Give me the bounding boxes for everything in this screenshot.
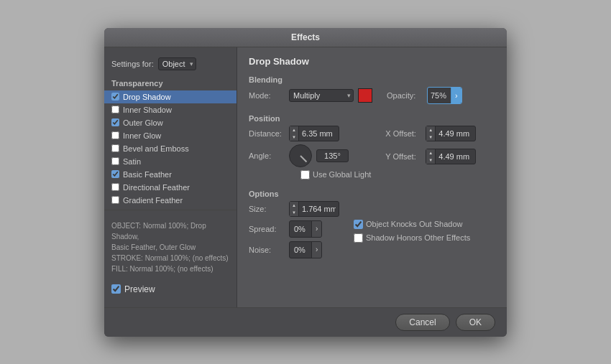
- y-offset-row: Y Offset: ▲ ▼: [385, 149, 476, 164]
- opacity-value: 75%: [428, 90, 451, 101]
- shadow-honors-row: Shadow Honors Other Effects: [354, 233, 470, 243]
- options-left: Size: ▲ ▼ Spread:: [249, 201, 339, 261]
- noise-arrow-button[interactable]: ›: [311, 242, 321, 258]
- options-subtitle: Options: [249, 190, 495, 198]
- effect-item-outer-glow[interactable]: Outer Glow: [104, 116, 236, 129]
- options-section: Options Size: ▲ ▼: [249, 190, 495, 261]
- cancel-button[interactable]: Cancel: [395, 314, 449, 331]
- status-text: OBJECT: Normal 100%; Drop Shadow,Basic F…: [104, 213, 236, 279]
- effect-checkbox-inner-shadow[interactable]: [111, 106, 119, 113]
- use-global-light-checkbox-row: Use Global Light: [300, 170, 371, 179]
- size-input-group: ▲ ▼: [289, 201, 339, 217]
- ok-button[interactable]: OK: [456, 314, 495, 331]
- noise-row: Noise: 0% ›: [249, 241, 339, 258]
- effect-checkbox-satin[interactable]: [111, 157, 119, 165]
- x-offset-input-group: ▲ ▼: [426, 126, 476, 141]
- effect-item-basic-feather[interactable]: Basic Feather: [104, 168, 236, 181]
- effect-label-inner-glow: Inner Glow: [123, 131, 161, 140]
- noise-input-group: 0% ›: [289, 241, 322, 258]
- mode-select[interactable]: Multiply Normal Screen: [289, 89, 354, 102]
- size-down-button[interactable]: ▼: [290, 209, 298, 216]
- shadow-honors-label: Shadow Honors Other Effects: [366, 233, 470, 242]
- x-offset-up-button[interactable]: ▲: [426, 126, 435, 134]
- size-row: Size: ▲ ▼: [249, 201, 339, 217]
- position-left: Distance: ▲ ▼ Angle:: [249, 126, 371, 182]
- distance-input[interactable]: [299, 128, 339, 139]
- object-knocks-out-checkbox[interactable]: [354, 220, 363, 229]
- effect-checkbox-drop-shadow[interactable]: [111, 93, 119, 101]
- dialog-titlebar: Effects: [104, 28, 507, 47]
- angle-dial[interactable]: [289, 144, 312, 167]
- preview-row: Preview: [104, 279, 236, 300]
- opacity-wrapper: 75% ›: [427, 87, 462, 104]
- effect-item-drop-shadow[interactable]: Drop Shadow: [104, 90, 236, 103]
- effect-item-satin[interactable]: Satin: [104, 155, 236, 168]
- y-offset-input-group: ▲ ▼: [426, 149, 476, 164]
- distance-down-button[interactable]: ▼: [290, 134, 298, 141]
- y-offset-down-button[interactable]: ▼: [426, 157, 435, 164]
- effect-checkbox-inner-glow[interactable]: [111, 131, 119, 139]
- effects-dialog: Effects Settings for: Object Stroke Fill…: [104, 28, 507, 337]
- effect-checkbox-bevel-emboss[interactable]: [111, 144, 119, 152]
- shadow-honors-checkbox[interactable]: [354, 233, 363, 243]
- effect-item-directional-feather[interactable]: Directional Feather: [104, 181, 236, 194]
- x-offset-down-button[interactable]: ▼: [426, 134, 435, 141]
- preview-checkbox[interactable]: [111, 284, 121, 294]
- shadow-color-swatch[interactable]: [358, 88, 372, 103]
- options-right: Object Knocks Out Shadow Shadow Honors O…: [354, 201, 470, 261]
- settings-for-select[interactable]: Object Stroke Fill: [158, 57, 196, 70]
- y-offset-stepper-arrows: ▲ ▼: [426, 149, 436, 164]
- settings-for-row: Settings for: Object Stroke Fill: [104, 55, 236, 76]
- opacity-arrow-button[interactable]: ›: [451, 88, 461, 103]
- effect-label-outer-glow: Outer Glow: [123, 118, 163, 127]
- effect-label-satin: Satin: [123, 157, 141, 166]
- effect-label-basic-feather: Basic Feather: [123, 170, 172, 179]
- effect-checkbox-gradient-feather[interactable]: [111, 196, 119, 204]
- spread-value: 0%: [290, 223, 311, 235]
- angle-input[interactable]: [316, 149, 349, 162]
- effect-label-drop-shadow: Drop Shadow: [123, 93, 171, 101]
- options-rows: Size: ▲ ▼ Spread:: [249, 201, 495, 261]
- dialog-footer: Cancel OK: [104, 307, 507, 337]
- right-panel: Drop Shadow Blending Mode: Multiply Norm…: [237, 47, 507, 307]
- effect-label-gradient-feather: Gradient Feather: [123, 196, 183, 205]
- spread-label: Spread:: [249, 225, 285, 233]
- x-offset-input[interactable]: [436, 128, 475, 139]
- distance-input-group: ▲ ▼: [289, 126, 339, 141]
- distance-label: Distance:: [249, 129, 285, 138]
- blending-row: Mode: Multiply Normal Screen Opacity: 75…: [249, 87, 495, 104]
- opacity-label: Opacity:: [387, 91, 423, 100]
- mode-select-wrapper: Multiply Normal Screen: [289, 89, 354, 102]
- effect-item-inner-shadow[interactable]: Inner Shadow: [104, 103, 236, 116]
- effect-checkbox-basic-feather[interactable]: [111, 170, 119, 178]
- effect-item-inner-glow[interactable]: Inner Glow: [104, 129, 236, 142]
- angle-row: Angle:: [249, 144, 371, 167]
- effect-checkbox-directional-feather[interactable]: [111, 183, 119, 191]
- effect-item-bevel-emboss[interactable]: Bevel and Emboss: [104, 142, 236, 155]
- spread-row: Spread: 0% ›: [249, 220, 339, 238]
- settings-for-select-wrapper: Object Stroke Fill: [158, 57, 196, 70]
- y-offset-input[interactable]: [436, 151, 475, 162]
- settings-for-label: Settings for:: [111, 60, 154, 68]
- angle-label: Angle:: [249, 151, 285, 160]
- left-panel: Settings for: Object Stroke Fill Transpa…: [104, 47, 237, 307]
- position-right: X Offset: ▲ ▼ Y Offset:: [385, 126, 476, 182]
- distance-up-button[interactable]: ▲: [290, 126, 298, 134]
- angle-input-wrapper: [316, 149, 349, 162]
- use-global-light-checkbox[interactable]: [300, 170, 310, 179]
- dialog-title: Effects: [291, 32, 320, 42]
- size-up-button[interactable]: ▲: [290, 202, 298, 209]
- effect-item-gradient-feather[interactable]: Gradient Feather: [104, 194, 236, 207]
- x-offset-row: X Offset: ▲ ▼: [385, 126, 476, 141]
- object-knocks-out-label: Object Knocks Out Shadow: [366, 220, 463, 228]
- spread-input-group: 0% ›: [289, 220, 322, 238]
- spread-arrow-button[interactable]: ›: [311, 221, 321, 237]
- x-offset-label: X Offset:: [385, 129, 421, 138]
- size-label: Size:: [249, 205, 285, 213]
- use-global-light-row: Use Global Light: [249, 170, 371, 179]
- distance-row: Distance: ▲ ▼: [249, 126, 371, 141]
- effect-checkbox-outer-glow[interactable]: [111, 118, 119, 126]
- size-input[interactable]: [299, 203, 339, 215]
- y-offset-up-button[interactable]: ▲: [426, 149, 435, 157]
- effect-label-directional-feather: Directional Feather: [123, 183, 190, 192]
